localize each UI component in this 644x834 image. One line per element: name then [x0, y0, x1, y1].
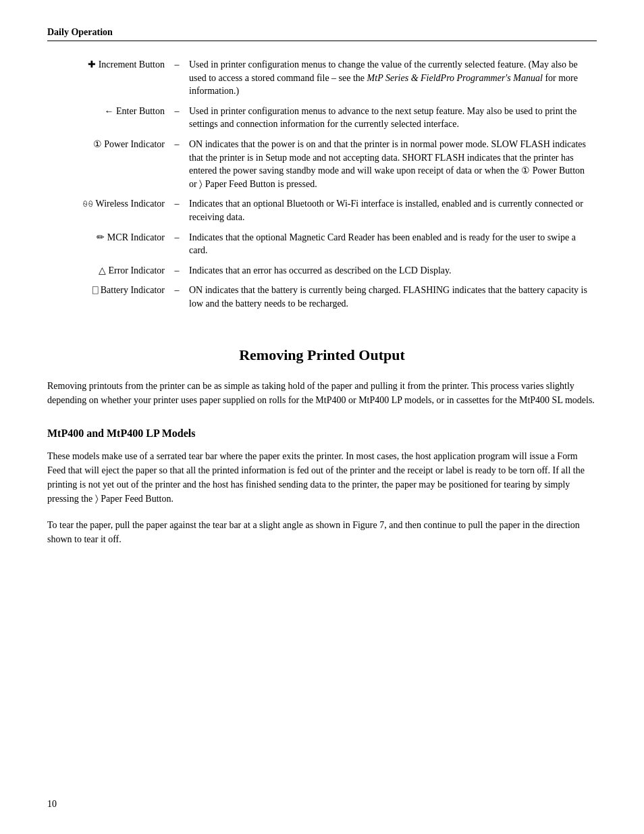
dash-4: – [169, 194, 185, 227]
table-row: △ Error Indicator – Indicates that an er… [47, 261, 597, 281]
error-desc: Indicates that an error has occurred as … [185, 261, 597, 281]
table-row: ⎕ Battery Indicator – ON indicates that … [47, 280, 597, 313]
dash-3: – [169, 134, 185, 194]
dash-5: – [169, 228, 185, 261]
header-section: Daily Operation [47, 27, 597, 41]
table-row: ⍬⍬ Wireless Indicator – Indicates that a… [47, 194, 597, 227]
power-icon: ① Power Indicator [93, 139, 165, 149]
increment-desc: Used in printer configuration menus to c… [185, 55, 597, 101]
error-icon: △ Error Indicator [99, 265, 165, 276]
enter-desc: Used in printer configuration menus to a… [185, 101, 597, 134]
power-icon-cell: ① Power Indicator [47, 134, 169, 194]
page-number: 10 [47, 799, 57, 810]
battery-icon: ⎕ Battery Indicator [92, 285, 165, 295]
indicators-table: ✚ Increment Button – Used in printer con… [47, 55, 597, 314]
table-row: ✚ Increment Button – Used in printer con… [47, 55, 597, 101]
mtp400-para1: These models make use of a serrated tear… [47, 449, 597, 506]
enter-icon: ← Enter Button [105, 106, 165, 116]
mcr-icon: ✏ MCR Indicator [97, 232, 165, 242]
increment-icon-cell: ✚ Increment Button [47, 55, 169, 101]
table-row: ← Enter Button – Used in printer configu… [47, 101, 597, 134]
mcr-icon-cell: ✏ MCR Indicator [47, 228, 169, 261]
increment-icon: ✚ Increment Button [88, 59, 165, 70]
dash-2: – [169, 101, 185, 134]
mtp400-title: MtP400 and MtP400 LP Models [47, 427, 597, 440]
table-row: ✏ MCR Indicator – Indicates that the opt… [47, 228, 597, 261]
mcr-desc: Indicates that the optional Magnetic Car… [185, 228, 597, 261]
enter-icon-cell: ← Enter Button [47, 101, 169, 134]
removing-intro: Removing printouts from the printer can … [47, 379, 597, 407]
table-row: ① Power Indicator – ON indicates that th… [47, 134, 597, 194]
battery-icon-cell: ⎕ Battery Indicator [47, 280, 169, 313]
removing-title: Removing Printed Output [47, 346, 597, 364]
battery-desc: ON indicates that the battery is current… [185, 280, 597, 313]
header-title: Daily Operation [47, 27, 113, 37]
dash-1: – [169, 55, 185, 101]
dash-6: – [169, 261, 185, 281]
mtp400-para2: To tear the paper, pull the paper agains… [47, 518, 597, 546]
wireless-icon: ⍬⍬ Wireless Indicator [82, 199, 165, 209]
dash-7: – [169, 280, 185, 313]
wireless-desc: Indicates that an optional Bluetooth or … [185, 194, 597, 227]
power-desc: ON indicates that the power is on and th… [185, 134, 597, 194]
error-icon-cell: △ Error Indicator [47, 261, 169, 281]
wireless-icon-cell: ⍬⍬ Wireless Indicator [47, 194, 169, 227]
